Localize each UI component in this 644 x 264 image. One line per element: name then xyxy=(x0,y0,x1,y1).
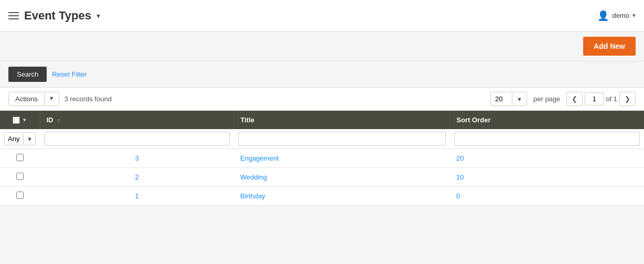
actions-dropdown[interactable]: Actions ▼ xyxy=(8,92,59,106)
th-checkbox: ▼ xyxy=(0,111,40,129)
per-page-select-wrap: 20 50 100 ▼ xyxy=(490,92,527,106)
any-select-wrap: Any Yes No ▼ xyxy=(4,132,36,145)
row-checkbox-cell xyxy=(0,187,40,206)
row-id[interactable]: 1 xyxy=(40,187,234,206)
next-page-button[interactable]: ❯ xyxy=(619,92,636,106)
table-row: 2Wedding10 xyxy=(0,168,644,187)
row-sort-order: 20 xyxy=(450,149,644,168)
th-id-label: ID xyxy=(47,116,53,124)
pagination: ❮ of 1 ❯ xyxy=(566,92,636,106)
page-title: Event Types xyxy=(24,9,91,23)
hamburger-icon[interactable] xyxy=(8,12,19,19)
title-dropdown-icon[interactable]: ▾ xyxy=(96,12,100,20)
user-icon: 👤 xyxy=(597,10,609,22)
th-sort-order-label: Sort Order xyxy=(457,116,491,124)
row-id[interactable]: 3 xyxy=(40,149,234,168)
filter-bar: Search Reset Filter xyxy=(0,61,644,88)
select-all-checkbox[interactable] xyxy=(13,117,20,124)
filter-cell-sort-order xyxy=(450,129,644,149)
records-found: 3 records found xyxy=(65,95,112,103)
page-number-input[interactable] xyxy=(585,92,604,105)
actions-left: Actions ▼ 3 records found xyxy=(8,92,112,106)
filter-cell-title xyxy=(234,129,450,149)
search-button[interactable]: Search xyxy=(8,67,47,82)
prev-page-button[interactable]: ❮ xyxy=(566,92,583,106)
row-id[interactable]: 2 xyxy=(40,168,234,187)
actions-caret-icon[interactable]: ▼ xyxy=(45,92,59,105)
th-id[interactable]: ID ↑ xyxy=(40,111,234,129)
filter-cell-id xyxy=(40,129,234,149)
row-checkbox-cell xyxy=(0,149,40,168)
filter-cell-checkbox: Any Yes No ▼ xyxy=(0,129,40,149)
row-title[interactable]: Engagement xyxy=(234,149,450,168)
per-page-caret-icon[interactable]: ▼ xyxy=(512,93,527,105)
filter-title-input[interactable] xyxy=(238,132,446,146)
header: Event Types ▾ 👤 demo ▾ xyxy=(0,0,644,31)
row-title[interactable]: Birthday xyxy=(234,187,450,206)
row-checkbox[interactable] xyxy=(16,173,24,180)
any-select[interactable]: Any Yes No xyxy=(5,133,23,145)
per-page-label: per page xyxy=(533,95,560,103)
th-title-label: Title xyxy=(241,116,255,124)
row-sort-order: 10 xyxy=(450,168,644,187)
table-row: 3Engagement20 xyxy=(0,149,644,168)
page-of-label: of 1 xyxy=(606,95,617,103)
header-left: Event Types ▾ xyxy=(8,9,100,23)
user-name: demo xyxy=(612,12,629,19)
sort-icon: ↑ xyxy=(57,117,60,123)
add-new-button[interactable]: Add New xyxy=(583,37,636,56)
table-container: ▼ ID ↑ Title Sort Order xyxy=(0,111,644,206)
row-sort-order: 0 xyxy=(450,187,644,206)
actions-right: 20 50 100 ▼ per page ❮ of 1 ❯ xyxy=(490,92,636,106)
actions-label[interactable]: Actions xyxy=(9,92,45,105)
th-title[interactable]: Title xyxy=(234,111,450,129)
filter-id-input[interactable] xyxy=(44,132,230,146)
row-checkbox[interactable] xyxy=(16,154,24,161)
table-row: 1Birthday0 xyxy=(0,187,644,206)
per-page-select[interactable]: 20 50 100 xyxy=(491,92,512,105)
user-menu[interactable]: 👤 demo ▾ xyxy=(597,10,636,22)
select-all-caret-icon[interactable]: ▼ xyxy=(22,117,27,123)
th-sort-order[interactable]: Sort Order xyxy=(450,111,644,129)
reset-filter-button[interactable]: Reset Filter xyxy=(52,70,87,78)
event-types-table: ▼ ID ↑ Title Sort Order xyxy=(0,111,644,206)
any-caret-icon[interactable]: ▼ xyxy=(23,134,36,144)
table-header-row: ▼ ID ↑ Title Sort Order xyxy=(0,111,644,129)
row-checkbox[interactable] xyxy=(16,192,24,199)
actions-bar: Actions ▼ 3 records found 20 50 100 ▼ pe… xyxy=(0,88,644,111)
user-dropdown-icon[interactable]: ▾ xyxy=(632,12,636,19)
toolbar: Add New xyxy=(0,31,644,61)
row-checkbox-cell xyxy=(0,168,40,187)
table-filter-row: Any Yes No ▼ xyxy=(0,129,644,149)
row-title[interactable]: Wedding xyxy=(234,168,450,187)
filter-sort-order-input[interactable] xyxy=(454,132,640,146)
